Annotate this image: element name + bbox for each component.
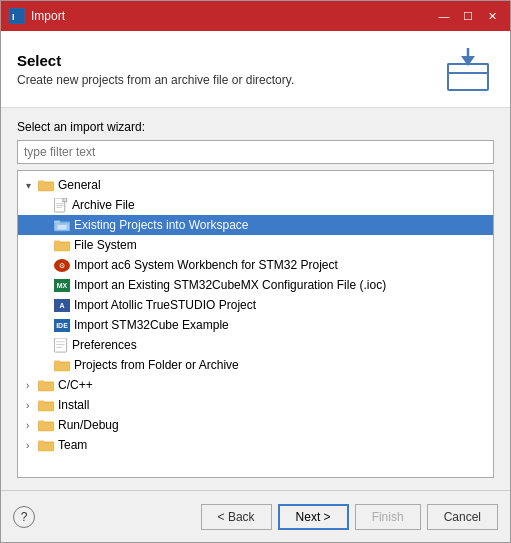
arrow-icon: › [26, 380, 38, 391]
tree-item-general[interactable]: ▾ General [18, 175, 493, 195]
arrow-icon: › [26, 400, 38, 411]
svg-rect-9 [39, 183, 53, 190]
filter-input[interactable] [17, 140, 494, 164]
tree-item-truestudio[interactable]: A Import Atollic TrueSTUDIO Project [18, 295, 493, 315]
svg-rect-29 [55, 363, 69, 370]
tree-item-cpp[interactable]: › C/C++ [18, 375, 493, 395]
tree-item-label: C/C++ [58, 378, 489, 392]
wizard-tree[interactable]: ▾ General [17, 170, 494, 478]
import-dialog: I Import — ☐ ✕ Select Create new project… [0, 0, 511, 543]
tree-item-label: Import ac6 System Workbench for STM32 Pr… [74, 258, 489, 272]
tree-item-label: Import Atollic TrueSTUDIO Project [74, 298, 489, 312]
window-controls: — ☐ ✕ [434, 6, 502, 26]
tree-item-label: Archive File [72, 198, 489, 212]
tree-item-ac6[interactable]: ⊙ Import ac6 System Workbench for STM32 … [18, 255, 493, 275]
svg-rect-35 [39, 403, 53, 410]
tree-item-label: Install [58, 398, 489, 412]
next-button[interactable]: Next > [278, 504, 349, 530]
window-title: Import [31, 9, 434, 23]
tree-item-rundebug[interactable]: › Run/Debug [18, 415, 493, 435]
svg-rect-37 [38, 421, 44, 424]
minimize-button[interactable]: — [434, 6, 454, 26]
tree-item-label: Run/Debug [58, 418, 489, 432]
wizard-label: Select an import wizard: [17, 120, 494, 134]
window-icon: I [9, 8, 25, 24]
prefs-icon [54, 338, 68, 353]
tree-item-example[interactable]: IDE Import STM32Cube Example [18, 315, 493, 335]
ide-icon: IDE [54, 319, 70, 332]
folder-open-icon [38, 178, 54, 192]
folder-icon-team [38, 438, 54, 452]
svg-rect-34 [38, 401, 44, 404]
dialog-header: Select Create new projects from an archi… [1, 31, 510, 108]
folder-icon-cpp [38, 378, 54, 392]
tree-item-label: Projects from Folder or Archive [74, 358, 489, 372]
header-title: Select [17, 52, 294, 69]
svg-rect-12 [63, 198, 67, 202]
folder-icon-2 [54, 358, 70, 372]
svg-rect-17 [54, 221, 60, 224]
arrow-icon: ▾ [26, 180, 38, 191]
svg-rect-32 [39, 383, 53, 390]
tree-item-label: General [58, 178, 489, 192]
arrow-icon: › [26, 420, 38, 431]
svg-rect-41 [39, 443, 53, 450]
mx-icon: MX [54, 279, 70, 292]
svg-text:I: I [12, 12, 15, 22]
atollic-icon: A [54, 299, 70, 312]
tree-item-existing-projects[interactable]: Existing Projects into Workspace [18, 215, 493, 235]
tree-item-label: Preferences [72, 338, 489, 352]
tree-item-cubemx[interactable]: MX Import an Existing STM32CubeMX Config… [18, 275, 493, 295]
svg-rect-28 [54, 361, 60, 364]
header-text: Select Create new projects from an archi… [17, 52, 294, 87]
cancel-button[interactable]: Cancel [427, 504, 498, 530]
folder-special-icon [54, 218, 70, 232]
tree-item-preferences[interactable]: Preferences [18, 335, 493, 355]
tree-item-archive-file[interactable]: Archive File [18, 195, 493, 215]
svg-rect-21 [54, 241, 60, 244]
svg-rect-40 [38, 441, 44, 444]
svg-rect-8 [38, 181, 44, 184]
header-icon [442, 45, 494, 93]
back-button[interactable]: < Back [201, 504, 272, 530]
tree-item-label: File System [74, 238, 489, 252]
tree-item-label: Import an Existing STM32CubeMX Configura… [74, 278, 489, 292]
svg-rect-31 [38, 381, 44, 384]
svg-rect-19 [58, 225, 67, 229]
dialog-footer: ? < Back Next > Finish Cancel [1, 490, 510, 542]
folder-icon [54, 238, 70, 252]
tree-item-install[interactable]: › Install [18, 395, 493, 415]
finish-button[interactable]: Finish [355, 504, 421, 530]
tree-item-label: Existing Projects into Workspace [74, 218, 489, 232]
tree-item-label: Import STM32Cube Example [74, 318, 489, 332]
tree-item-projects-folder[interactable]: Projects from Folder or Archive [18, 355, 493, 375]
arrow-icon: › [26, 440, 38, 451]
help-button[interactable]: ? [13, 506, 35, 528]
svg-rect-38 [39, 423, 53, 430]
dialog-content: Select an import wizard: ▾ General [1, 108, 510, 490]
header-description: Create new projects from an archive file… [17, 73, 294, 87]
restore-button[interactable]: ☐ [458, 6, 478, 26]
folder-icon-rundebug [38, 418, 54, 432]
tree-item-label: Team [58, 438, 489, 452]
tree-item-team[interactable]: › Team [18, 435, 493, 455]
tree-item-file-system[interactable]: File System [18, 235, 493, 255]
titlebar: I Import — ☐ ✕ [1, 1, 510, 31]
folder-icon-install [38, 398, 54, 412]
nav-buttons: < Back Next > Finish Cancel [201, 504, 498, 530]
svg-rect-2 [448, 64, 488, 90]
archive-file-icon [54, 198, 68, 213]
close-button[interactable]: ✕ [482, 6, 502, 26]
ac6-icon: ⊙ [54, 259, 70, 272]
svg-rect-22 [55, 243, 69, 250]
